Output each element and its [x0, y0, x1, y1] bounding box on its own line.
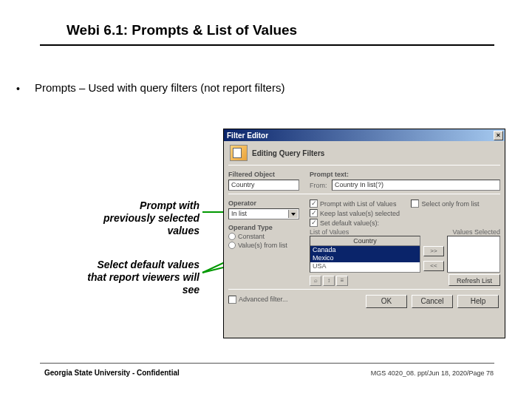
close-icon[interactable]: ×: [494, 131, 503, 140]
remove-values-button[interactable]: <<: [423, 261, 444, 271]
keep-last-values-checkbox[interactable]: ✓Keep last value(s) selected: [310, 209, 500, 217]
radio-icon: [228, 233, 236, 240]
prompt-text-label: Prompt text:: [310, 171, 500, 178]
dialog-titlebar[interactable]: Filter Editor ×: [224, 129, 505, 141]
checkbox-icon: ✓: [310, 209, 318, 217]
filter-editor-dialog: Filter Editor × Editing Query Filters Fi…: [223, 129, 505, 338]
checkbox-icon: ✓: [310, 200, 318, 208]
filtered-object-label: Filtered Object: [228, 171, 302, 178]
advanced-filter-checkbox[interactable]: Advanced filter...: [228, 296, 288, 304]
bullet-text: Prompts – Used with query filters (not r…: [35, 81, 284, 94]
column-header: Country: [310, 236, 420, 246]
footer-left: Georgia State University - Confidential: [44, 369, 180, 377]
set-default-values-checkbox[interactable]: ✓Set default value(s):: [310, 219, 500, 227]
list-item[interactable]: Mexico: [310, 254, 420, 262]
checkbox-icon: [228, 296, 236, 304]
footer-right: MGS 4020_08. ppt/Jun 18, 2020/Page 78: [371, 369, 494, 377]
list-item[interactable]: USA: [310, 262, 420, 270]
operator-label: Operator: [228, 200, 302, 207]
operand-constant-radio[interactable]: Constant: [228, 233, 302, 240]
dialog-title: Filter Editor: [227, 132, 268, 140]
checkbox-icon: ✓: [310, 219, 318, 227]
checkbox-label: Set default value(s):: [320, 219, 379, 227]
add-values-button[interactable]: >>: [423, 246, 444, 256]
prompt-text-input[interactable]: Country In list(?): [332, 180, 500, 191]
refresh-list-button[interactable]: Refresh List: [449, 274, 500, 286]
footer-rule: [40, 363, 494, 364]
filter-icon: [230, 145, 248, 161]
view-icon[interactable]: ≡: [336, 276, 348, 286]
slide-title: Webi 6.1: Prompts & List of Values: [66, 22, 297, 38]
values-selected-listbox[interactable]: [447, 236, 500, 273]
select-only-from-list-checkbox[interactable]: Select only from list: [411, 200, 479, 208]
divider: [228, 194, 500, 194]
annotation-set-default: Select default values that report viewer…: [83, 259, 200, 296]
list-item[interactable]: Canada: [310, 246, 420, 254]
list-of-values-label: List of Values: [310, 228, 349, 236]
dialog-heading: Editing Query Filters: [252, 149, 324, 157]
lov-listbox[interactable]: Country Canada Mexico USA: [310, 236, 420, 273]
radio-label: Constant: [238, 233, 265, 240]
cancel-button[interactable]: Cancel: [412, 295, 453, 308]
find-icon[interactable]: ⌕: [310, 276, 321, 286]
values-selected-label: Values Selected: [453, 228, 500, 236]
filtered-object-field[interactable]: Country: [228, 180, 299, 191]
operand-type-label: Operand Type: [228, 224, 302, 231]
checkbox-label: Select only from list: [421, 200, 479, 208]
operator-combo[interactable]: In list: [228, 208, 299, 219]
prompt-with-lov-checkbox[interactable]: ✓Prompt with List of Values: [310, 200, 396, 208]
checkbox-label: Advanced filter...: [239, 296, 288, 303]
radio-label: Value(s) from list: [238, 242, 287, 249]
sort-icon[interactable]: ↕: [323, 276, 335, 286]
radio-icon: [228, 242, 236, 249]
operand-fromlist-radio[interactable]: Value(s) from list: [228, 242, 302, 249]
checkbox-label: Keep last value(s) selected: [320, 210, 400, 217]
divider: [228, 165, 500, 166]
title-rule: [40, 44, 494, 46]
checkbox-icon: [411, 200, 419, 208]
help-button[interactable]: Help: [457, 295, 499, 308]
divider: [228, 289, 500, 290]
checkbox-label: Prompt with List of Values: [320, 200, 396, 208]
bullet-marker: •: [16, 83, 20, 95]
ok-button[interactable]: OK: [366, 295, 407, 308]
annotation-keep-last: Prompt with previously selected values: [89, 200, 200, 236]
from-label: From:: [310, 182, 332, 189]
